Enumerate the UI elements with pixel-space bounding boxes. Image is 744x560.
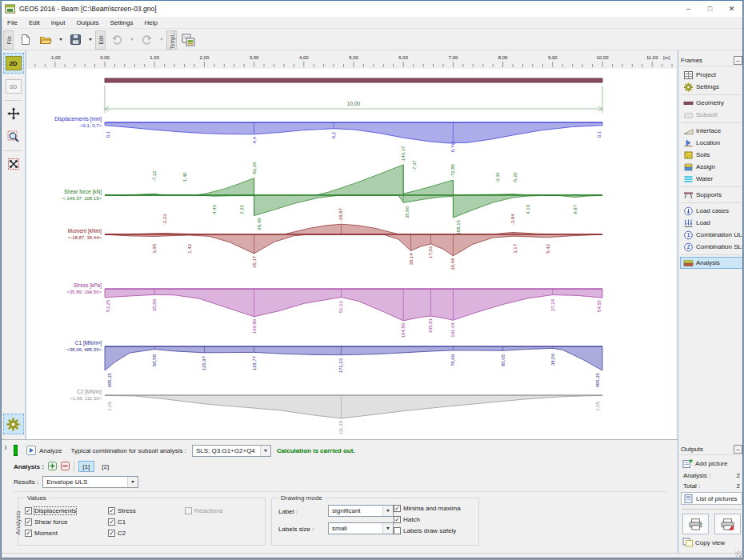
save-dropdown-button[interactable] — [86, 30, 94, 50]
outputs-minimize-button[interactable]: – — [734, 445, 742, 454]
toolbar-group-edit[interactable]: Edit — [95, 30, 106, 50]
main-toolbar: File Edit Templ... — [2, 30, 742, 50]
drawing-canvas[interactable]: 10,00Displacements [mm]<0,1; 0,7>0,10,40… — [26, 69, 676, 439]
pan-arrows-icon — [7, 107, 20, 120]
view-toolbar: 2D 3D — [2, 50, 26, 439]
view-2d-button[interactable]: 2D — [3, 53, 24, 74]
close-icon[interactable]: ✕ — [721, 1, 742, 17]
sidebar-item-location[interactable]: Location — [680, 137, 743, 149]
interface-icon — [683, 126, 694, 136]
fit-view-button[interactable] — [3, 154, 24, 174]
print-button[interactable] — [682, 514, 709, 534]
drawing-minima-and-maxima-checkbox[interactable]: ✓Minima and maxima — [394, 503, 461, 513]
sidebar-item-settings[interactable]: Settings — [680, 81, 743, 93]
results-select[interactable]: Envelope ULS — [42, 476, 138, 488]
sidebar-item-supports[interactable]: Supports — [680, 189, 743, 201]
value-label: 51,12 — [338, 300, 343, 313]
diagram-c1: C1 [MN/m³]<38,06; 485,35>485,3558,58126,… — [66, 340, 602, 387]
values-shear-force-checkbox[interactable]: ✓Shear force — [25, 517, 76, 526]
location-icon — [683, 138, 694, 148]
analysis-tab-1[interactable]: [1] — [78, 461, 94, 472]
values-stress-checkbox[interactable]: ✓Stress — [108, 506, 136, 515]
frames-header: Frames – — [678, 55, 743, 66]
add-picture-button[interactable]: Add picture — [681, 458, 742, 469]
resize-grip[interactable] — [735, 550, 742, 557]
value-label: 5,42 — [546, 243, 550, 253]
list-of-pictures-button[interactable]: List of pictures — [681, 492, 742, 505]
sidebar-item-load-cases[interactable]: Load cases — [680, 205, 743, 217]
value-label: 9,97 — [573, 204, 578, 214]
checkbox-icon: ✓ — [25, 507, 32, 514]
new-file-button[interactable] — [15, 30, 34, 50]
value-label: 111,30 — [338, 420, 343, 434]
menu-edit[interactable]: Edit — [23, 18, 46, 27]
toolbar-group-templates[interactable]: Templ... — [166, 30, 177, 50]
sidebar-item-load[interactable]: Load — [680, 217, 743, 229]
menu-help[interactable]: Help — [138, 18, 162, 27]
drawing-mode-checks: ✓Minima and maxima✓HatchLabels draw safe… — [394, 503, 461, 535]
pan-tool-button[interactable] — [3, 103, 24, 124]
restore-icon[interactable]: □ — [699, 1, 721, 17]
sidebar-item-assign[interactable]: Assign — [680, 161, 743, 173]
label-mode-select[interactable]: significant — [328, 505, 394, 517]
values-reactions-checkbox: Reactions — [185, 506, 223, 515]
menu-file[interactable]: File — [2, 18, 23, 27]
labels-size-select[interactable]: small — [328, 522, 394, 534]
sidebar-item-water[interactable]: Water — [680, 173, 743, 185]
menu-outputs[interactable]: Outputs — [70, 18, 104, 27]
sidebar-item-project[interactable]: Project — [680, 69, 743, 81]
analysis-tab-2[interactable]: [2] — [98, 461, 114, 472]
drawing-hatch-checkbox[interactable]: ✓Hatch — [394, 514, 461, 524]
sidebar-item-geometry[interactable]: Geometry — [680, 97, 743, 109]
combination-sls-icon: 2 — [683, 242, 694, 252]
values-c1-checkbox[interactable]: ✓C1 — [108, 517, 136, 526]
values-moment-checkbox[interactable]: ✓Moment — [25, 528, 76, 538]
analyze-button[interactable]: Analyze — [23, 444, 65, 457]
print-buttons — [678, 514, 743, 534]
remove-analysis-button[interactable] — [61, 462, 70, 472]
copy-picture-button[interactable] — [178, 30, 198, 50]
save-file-button[interactable] — [66, 30, 85, 50]
panel-collapse-handle[interactable]: I — [5, 444, 6, 451]
svg-text:9,00: 9,00 — [548, 55, 558, 60]
open-file-button[interactable] — [36, 30, 55, 50]
chevron-down-icon — [130, 38, 134, 41]
divider — [682, 122, 742, 123]
value-label: 165,81 — [428, 318, 433, 333]
undo-icon — [111, 34, 123, 46]
sidebar-item-interface[interactable]: Interface — [680, 125, 743, 137]
value-label: 78,69 — [450, 354, 455, 366]
outputs-header: Outputs – — [678, 444, 743, 455]
diagram-shear: Shear force [kN]<-146,37; 108,15>-7,22-1… — [62, 146, 602, 235]
sidebar-item-label: Supports — [696, 191, 722, 198]
sidebar-item-combination-uls[interactable]: 1Combination ULS — [680, 229, 743, 241]
ruler-scale: -1,000,001,002,003,004,005,006,007,008,0… — [26, 50, 677, 69]
copy-view-button[interactable]: Copy view — [681, 537, 742, 548]
value-label: -82,29 — [252, 162, 257, 176]
toolbar-group-file[interactable]: File — [3, 30, 14, 50]
values-displacements-checkbox[interactable]: ✓Displacements — [25, 506, 76, 515]
results-row: Results : Envelope ULS — [14, 476, 138, 488]
diagram-range: <-146,37; 108,15> — [62, 196, 102, 201]
minimize-icon[interactable]: – — [678, 1, 699, 17]
menu-input[interactable]: Input — [46, 18, 71, 27]
frames-minimize-button[interactable]: – — [734, 56, 742, 65]
value-label: 3,17 — [513, 243, 518, 253]
chevron-down-icon — [127, 477, 138, 487]
value-label: -146,37 — [401, 146, 406, 162]
geometry-icon — [683, 98, 694, 108]
zoom-tool-button[interactable] — [3, 126, 24, 147]
open-dropdown-button[interactable] — [57, 30, 64, 50]
add-analysis-button[interactable] — [48, 462, 57, 472]
sidebar-item-combination-sls[interactable]: 2Combination SLS — [680, 241, 743, 253]
drawing-labels-draw-safely-checkbox[interactable]: Labels draw safely — [394, 526, 461, 535]
redo-dropdown-button — [158, 30, 165, 50]
drawing-settings-button[interactable] — [3, 414, 24, 434]
settings-icon — [683, 82, 694, 92]
print-selection-button[interactable] — [714, 514, 741, 534]
sidebar-item-soils[interactable]: Soils — [680, 149, 743, 161]
sidebar-item-analysis[interactable]: Analysis — [680, 257, 743, 269]
values-c2-checkbox[interactable]: ✓C2 — [108, 528, 136, 538]
menu-settings[interactable]: Settings — [105, 18, 139, 27]
combination-select[interactable]: SLS: Q3:G1+G2+Q4 — [192, 445, 271, 457]
